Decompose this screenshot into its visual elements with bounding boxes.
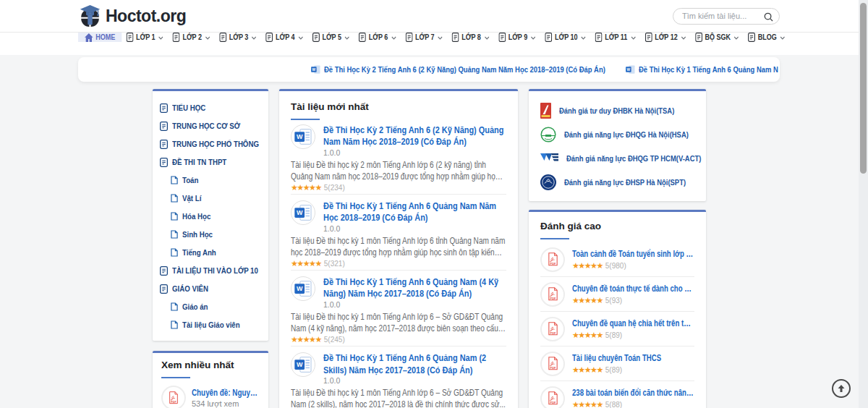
document-description: Tài liệu Đề thi học kỳ 1 môn Tiếng Anh l… (291, 387, 506, 408)
top-rated-item[interactable]: PDFToàn cảnh đề Toán tuyển sinh lớp 10 t… (540, 242, 694, 277)
nav-label: LỚP 3 (229, 33, 249, 41)
document-version: 1.0.0 (323, 300, 506, 310)
top-rated-item[interactable]: PDFTài liệu chuyên Toán THCS★★★★★5(89) (540, 347, 694, 381)
word-file-icon: W (626, 65, 635, 74)
scrollbar-thumb[interactable] (860, 3, 867, 174)
top-rated-item[interactable]: PDF238 bài toán biến đổi căn thức nâng c… (540, 381, 694, 408)
nav-item-lop-5[interactable]: LỚP 5 (308, 33, 354, 42)
search-box (673, 8, 780, 25)
sidebar-item-hoa-hoc[interactable]: Hóa Học (171, 212, 261, 221)
top-rated-item-title: Chuyên đề toán thực tế dành cho học s... (572, 284, 694, 294)
document-icon (748, 33, 755, 42)
most-viewed-item-title: Chuyên đề: Nguyên... (192, 388, 260, 398)
main-nav: HOMELỚP 1LỚP 2LỚP 3LỚP 4LỚP 5LỚP 6LỚP 7L… (0, 33, 868, 55)
sidebar-label: TÀI LIỆU THI VÀO LỚP 10 (172, 266, 258, 275)
page-icon (171, 248, 178, 257)
chevron-down-icon (252, 33, 257, 41)
word-icon-circle: W (291, 200, 315, 225)
exam-link-spt[interactable]: Đánh giá năng lực ĐHSP Hà Nội(SPT) (540, 170, 694, 194)
nav-item-lop-6[interactable]: LỚP 6 (354, 33, 401, 42)
search-icon[interactable] (764, 12, 773, 25)
document-icon (452, 33, 459, 42)
svg-text:W: W (297, 133, 303, 140)
nav-item-lop-8[interactable]: LỚP 8 (448, 33, 494, 42)
sidebar-label: Giáo án (182, 302, 208, 311)
sidebar-item-giao-vien[interactable]: GIÁO VIÊN (160, 284, 261, 293)
most-viewed-item-views: 534 lượt xem (192, 399, 260, 408)
nav-item-lop-11[interactable]: LỚP 11 (591, 33, 641, 42)
top-rated-item-title: 238 bài toán biến đổi căn thức nâng ca..… (572, 388, 694, 398)
sidebar-item-toan[interactable]: Toán (171, 176, 261, 184)
hsa-logo (540, 127, 556, 143)
exam-link-vact[interactable]: Đánh giá năng lực ĐHQG TP HCM(V-ACT) (540, 146, 694, 170)
latest-documents-title: Tài liệu mới nhất (291, 101, 506, 112)
document-version: 1.0.0 (323, 376, 506, 386)
ticker-link[interactable]: WĐề Thi Học Kỳ 2 Tiếng Anh 6 (2 Kỹ Năng)… (311, 57, 667, 82)
nav-item-bo-sgk[interactable]: BỘ SGK (691, 33, 744, 42)
chevron-down-icon (158, 33, 163, 41)
scroll-to-top-button[interactable] (832, 379, 851, 398)
ticker-text: Đề Thi Học Kỳ 2 Tiếng Anh 6 (2 Kỹ Năng) … (324, 65, 605, 74)
nav-item-lop-10[interactable]: LỚP 10 (540, 33, 590, 42)
nav-item-lop-12[interactable]: LỚP 12 (640, 33, 690, 42)
sidebar-label: TIỂU HỌC (172, 103, 205, 112)
nav-item-home[interactable]: HOME (78, 33, 122, 42)
top-rated-item[interactable]: PDFChuyên đề quan hệ chia hết trên tập h… (540, 312, 694, 347)
page-icon (171, 320, 178, 329)
chevron-down-icon (681, 33, 686, 41)
chevron-down-icon (733, 33, 739, 41)
nav-item-lop-1[interactable]: LỚP 1 (122, 33, 168, 42)
pdf-icon-circle: PDF (540, 247, 565, 272)
document-icon (645, 33, 652, 42)
word-file-icon: W (294, 281, 312, 297)
svg-text:PDF: PDF (550, 401, 556, 404)
star-rating: ★★★★★ (572, 296, 603, 305)
right-sidebar: Đánh giá tư duy ĐHBK Hà Nội(TSA)Đánh giá… (529, 89, 706, 408)
nav-label: HOME (95, 33, 115, 41)
document-description: Tài liệu Đề thi học kỳ 1 môn Tiếng Anh l… (291, 235, 506, 258)
sidebar-item-tieng-anh[interactable]: Tiếng Anh (171, 248, 261, 257)
document-title-link[interactable]: Đề Thi Học Kỳ 2 Tiếng Anh 6 (2 Kỹ Năng) … (323, 124, 506, 148)
document-list-item: WĐề Thi Học Kỳ 1 Tiếng Anh 6 Quảng Nam (… (291, 276, 506, 347)
rating-count: 5(321) (324, 260, 345, 268)
rating-count: 5(245) (324, 336, 345, 344)
sidebar-item-trung-hoc-pho-thong[interactable]: TRUNG HỌC PHỔ THÔNG (160, 140, 261, 148)
top-rated-item[interactable]: PDFChuyên đề toán thực tế dành cho học s… (540, 277, 694, 312)
exam-link-hsa[interactable]: Đánh giá năng lực ĐHQG Hà Nội(HSA) (540, 122, 694, 146)
logo[interactable]: Hoctot.org (78, 4, 186, 27)
sidebar-item-tieu-hoc[interactable]: TIỂU HỌC (160, 103, 261, 112)
nav-item-blog[interactable]: BLOG (744, 33, 790, 42)
document-title-link[interactable]: Đề Thi Học Kỳ 1 Tiếng Anh 6 Quảng Nam Nă… (323, 200, 506, 224)
document-title-link[interactable]: Đề Thi Học Kỳ 1 Tiếng Anh 6 Quảng Nam (2… (323, 352, 506, 376)
most-viewed-item[interactable]: PDFChuyên đề: Nguyên...534 lượt xem (161, 386, 260, 408)
sidebar-item-tai-lieu-giao-vien[interactable]: Tài liệu Giáo viên (171, 320, 261, 329)
nav-label: LỚP 10 (555, 33, 578, 41)
exam-link-tsa[interactable]: Đánh giá tư duy ĐHBK Hà Nội(TSA) (540, 98, 694, 122)
pdf-file-icon: PDF (168, 391, 179, 404)
logo-graduation-cap-icon (78, 4, 102, 27)
sidebar-label: TRUNG HỌC CƠ SỞ (172, 122, 240, 130)
nav-label: LỚP 11 (605, 33, 627, 41)
nav-label: LỚP 2 (182, 33, 202, 41)
nav-label: LỚP 9 (509, 33, 528, 41)
rating-count: 5(89) (605, 331, 622, 339)
chevron-down-icon (298, 33, 303, 41)
sidebar-item-trung-hoc-co-so[interactable]: TRUNG HỌC CƠ SỞ (160, 122, 261, 130)
document-icon (359, 33, 366, 42)
sidebar-item-e-thi-tn-thpt[interactable]: ĐỀ THI TN THPT (160, 158, 261, 166)
sidebar-item-tai-lieu-thi-vao-lop-10[interactable]: TÀI LIỆU THI VÀO LỚP 10 (160, 266, 261, 275)
nav-item-lop-3[interactable]: LỚP 3 (215, 33, 261, 42)
sidebar-item-sinh-hoc[interactable]: Sinh Học (171, 230, 261, 239)
ticker-link[interactable]: WĐề Thi Học Kỳ 1 Tiếng Anh 6 Quảng Nam N (626, 57, 780, 82)
nav-item-lop-7[interactable]: LỚP 7 (401, 33, 447, 42)
sidebar-label: GIÁO VIÊN (172, 284, 208, 293)
nav-item-lop-9[interactable]: LỚP 9 (494, 33, 540, 42)
sidebar-item-giao-an[interactable]: Giáo án (171, 302, 261, 311)
document-title-link[interactable]: Đề Thi Học Kỳ 1 Tiếng Anh 6 Quảng Nam (4… (323, 276, 506, 300)
nav-item-lop-4[interactable]: LỚP 4 (261, 33, 307, 42)
word-file-icon: W (311, 65, 320, 74)
sidebar-label: Tiếng Anh (182, 248, 216, 257)
sidebar-item-vat-li[interactable]: Vật Lí (171, 194, 261, 203)
nav-item-lop-2[interactable]: LỚP 2 (169, 33, 215, 42)
most-viewed-title: Xem nhiều nhất (161, 360, 260, 370)
